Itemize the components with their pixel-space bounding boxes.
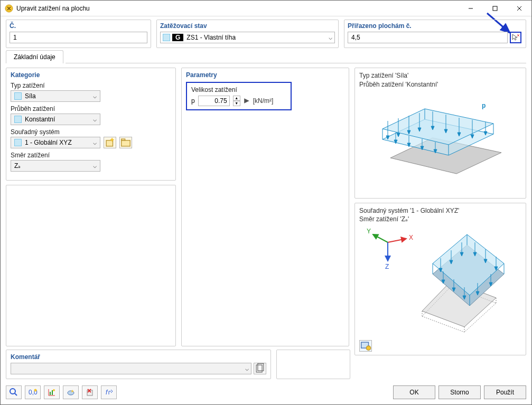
magnitude-label: Velikost zatížení bbox=[191, 86, 286, 93]
parameters-title: Parametry bbox=[186, 71, 344, 79]
tab-basic-data[interactable]: Základní údaje bbox=[6, 50, 63, 63]
load-distribution-label: Průběh zatížení bbox=[11, 105, 171, 112]
app-icon bbox=[5, 4, 13, 13]
chevron-down-icon: ⌵ bbox=[93, 116, 97, 123]
preview1-line2: Průběh zatížení 'Konstantní' bbox=[359, 80, 521, 89]
load-distribution-select[interactable]: Konstantní ⌵ bbox=[11, 114, 100, 125]
magnitude-unit: [kN/m²] bbox=[253, 97, 274, 105]
load-type-select[interactable]: Síla ⌵ bbox=[11, 90, 100, 102]
assigned-label: Přiřazeno plochám č. bbox=[348, 22, 522, 30]
svg-line-34 bbox=[373, 234, 388, 242]
svg-text:Z: Z bbox=[385, 263, 389, 270]
loadcase-value: ZS1 - Vlastní tíha bbox=[186, 34, 236, 41]
svg-marker-44 bbox=[433, 234, 504, 295]
svg-text:X: X bbox=[409, 234, 413, 241]
magnitude-input[interactable] bbox=[198, 96, 230, 106]
number-input[interactable]: 1 bbox=[10, 32, 147, 43]
svg-line-65 bbox=[15, 393, 17, 395]
svg-rect-70 bbox=[50, 392, 51, 395]
window-title: Upravit zatížení na plochu bbox=[16, 5, 459, 12]
loadcase-category-badge: G bbox=[172, 34, 183, 41]
svg-rect-10 bbox=[122, 139, 125, 140]
empty-small-panel bbox=[276, 350, 350, 379]
cloud-icon bbox=[66, 388, 76, 397]
svg-point-73 bbox=[68, 391, 74, 395]
spinner-up-icon[interactable]: ▲ bbox=[233, 96, 240, 101]
comment-pick-button[interactable] bbox=[254, 363, 266, 374]
preview2-line2: Směr zatížení 'Zₐ' bbox=[359, 215, 521, 224]
graph-tool-button[interactable] bbox=[44, 385, 60, 399]
coord-system-label: Souřadný systém bbox=[11, 128, 171, 136]
new-sparkle-icon bbox=[104, 137, 116, 148]
units-icon: 0,00 bbox=[28, 388, 38, 397]
spinner-down-icon[interactable]: ▼ bbox=[233, 101, 240, 106]
comment-panel: Komentář ⌵ bbox=[6, 350, 271, 379]
window-minimize-button[interactable] bbox=[459, 1, 483, 16]
svg-text:p: p bbox=[482, 102, 486, 109]
function-icon: f bbox=[104, 388, 114, 397]
apply-button[interactable]: Použít bbox=[484, 385, 526, 399]
load-direction-label: Směr zatížení bbox=[11, 152, 171, 159]
library-coord-system-button[interactable] bbox=[119, 137, 132, 148]
copy-icon bbox=[254, 363, 266, 374]
number-field-block: Č. 1 bbox=[6, 20, 151, 48]
comment-title: Komentář bbox=[11, 353, 266, 361]
assigned-input[interactable]: 4,5 bbox=[348, 32, 508, 43]
new-coord-system-button[interactable] bbox=[104, 137, 116, 148]
delete-tool-button[interactable] bbox=[82, 385, 98, 399]
svg-point-72 bbox=[53, 389, 55, 391]
comment-combo[interactable]: ⌵ bbox=[11, 363, 251, 374]
ok-button[interactable]: OK bbox=[393, 385, 435, 399]
loadcase-color-swatch bbox=[163, 34, 170, 41]
assigned-field-block: Přiřazeno plochám č. 4,5 bbox=[344, 20, 526, 48]
units-button[interactable]: 0,00 bbox=[25, 385, 41, 399]
color-swatch-icon bbox=[14, 116, 22, 123]
loadcase-field-block: Zatěžovací stav G ZS1 - Vlastní tíha ⌵ bbox=[156, 20, 339, 48]
color-swatch-icon bbox=[14, 92, 22, 100]
apply-value-button[interactable] bbox=[244, 98, 250, 104]
preview-panel-top: Typ zatížení 'Síla' Průběh zatížení 'Kon… bbox=[354, 68, 526, 199]
load-type-label: Typ zatížení bbox=[11, 82, 171, 89]
svg-text:f: f bbox=[106, 389, 108, 396]
help-button[interactable] bbox=[6, 385, 22, 399]
chevron-down-icon: ⌵ bbox=[93, 92, 97, 100]
cancel-button[interactable]: Storno bbox=[438, 385, 481, 399]
svg-text:Y: Y bbox=[367, 228, 371, 235]
coord-system-select[interactable]: 1 - Globální XYZ ⌵ bbox=[11, 137, 100, 148]
svg-rect-71 bbox=[52, 390, 53, 395]
svg-point-64 bbox=[10, 389, 15, 394]
folder-icon bbox=[120, 137, 132, 148]
svg-line-32 bbox=[388, 239, 406, 242]
categories-panel: Kategorie Typ zatížení Síla ⌵ Průběh zat… bbox=[6, 68, 176, 181]
preview1-diagram: p bbox=[367, 89, 515, 195]
color-swatch-icon bbox=[14, 139, 22, 146]
svg-rect-9 bbox=[122, 140, 130, 146]
pick-cursor-icon bbox=[511, 33, 520, 42]
chevron-down-icon: ⌵ bbox=[329, 34, 332, 41]
title-bar: Upravit zatížení na plochu bbox=[1, 1, 531, 16]
preview1-line1: Typ zatížení 'Síla' bbox=[359, 71, 521, 80]
loadcase-label: Zatěžovací stav bbox=[160, 22, 335, 30]
preview2-diagram: X Y Z bbox=[361, 224, 520, 340]
pick-surfaces-button[interactable] bbox=[510, 32, 521, 43]
chevron-down-icon: ⌵ bbox=[93, 162, 97, 169]
number-label: Č. bbox=[10, 22, 147, 30]
parameters-panel: Parametry Velikost zatížení p ▲▼ [kN/m²] bbox=[181, 68, 349, 346]
load-direction-select[interactable]: Zₐ ⌵ bbox=[11, 160, 100, 172]
preview2-line1: Souřadný systém '1 - Globální XYZ' bbox=[359, 206, 521, 215]
function-tool-button[interactable]: f bbox=[101, 385, 117, 399]
delete-icon bbox=[85, 388, 95, 397]
magnitude-symbol: p bbox=[191, 97, 195, 105]
chevron-down-icon: ⌵ bbox=[93, 139, 97, 146]
loadcase-select[interactable]: G ZS1 - Vlastní tíha ⌵ bbox=[160, 32, 335, 43]
magnitude-spinner[interactable]: ▲▼ bbox=[233, 96, 240, 106]
favorite-tool-button[interactable] bbox=[63, 385, 79, 399]
magnifier-icon bbox=[9, 388, 18, 397]
svg-point-67 bbox=[34, 389, 37, 392]
chevron-down-icon: ⌵ bbox=[245, 365, 249, 372]
preview-panel-bottom: Souřadný systém '1 - Globální XYZ' Směr … bbox=[354, 203, 526, 356]
svg-rect-2 bbox=[493, 6, 497, 11]
empty-placeholder-panel bbox=[6, 185, 176, 346]
categories-title: Kategorie bbox=[11, 71, 171, 79]
magnitude-group: Velikost zatížení p ▲▼ [kN/m²] bbox=[186, 82, 292, 110]
